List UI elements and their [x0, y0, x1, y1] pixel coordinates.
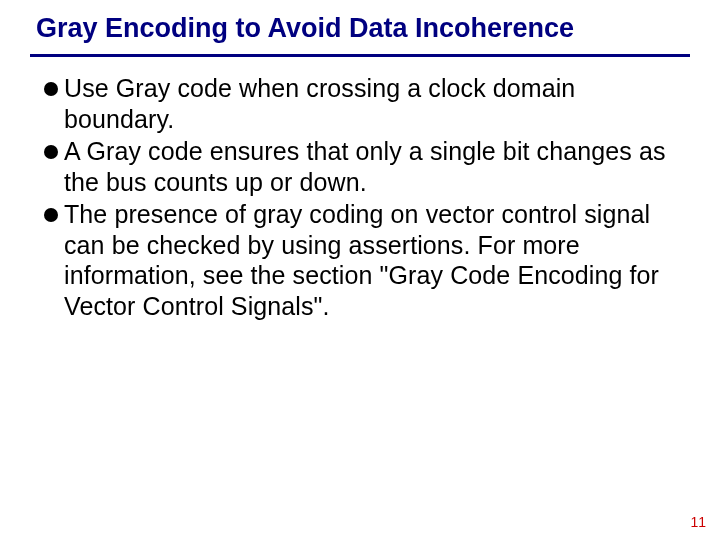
content-region: Use Gray code when crossing a clock doma… — [0, 57, 720, 321]
bullet-text: Use Gray code when crossing a clock doma… — [64, 73, 676, 134]
bullet-icon — [44, 82, 58, 96]
slide-title: Gray Encoding to Avoid Data Incoherence — [36, 12, 690, 44]
list-item: A Gray code ensures that only a single b… — [44, 136, 676, 197]
bullet-text: A Gray code ensures that only a single b… — [64, 136, 676, 197]
title-region: Gray Encoding to Avoid Data Incoherence — [0, 0, 720, 50]
bullet-icon — [44, 145, 58, 159]
slide: Gray Encoding to Avoid Data Incoherence … — [0, 0, 720, 540]
page-number: 11 — [690, 514, 706, 530]
bullet-text: The presence of gray coding on vector co… — [64, 199, 676, 321]
list-item: Use Gray code when crossing a clock doma… — [44, 73, 676, 134]
bullet-icon — [44, 208, 58, 222]
list-item: The presence of gray coding on vector co… — [44, 199, 676, 321]
